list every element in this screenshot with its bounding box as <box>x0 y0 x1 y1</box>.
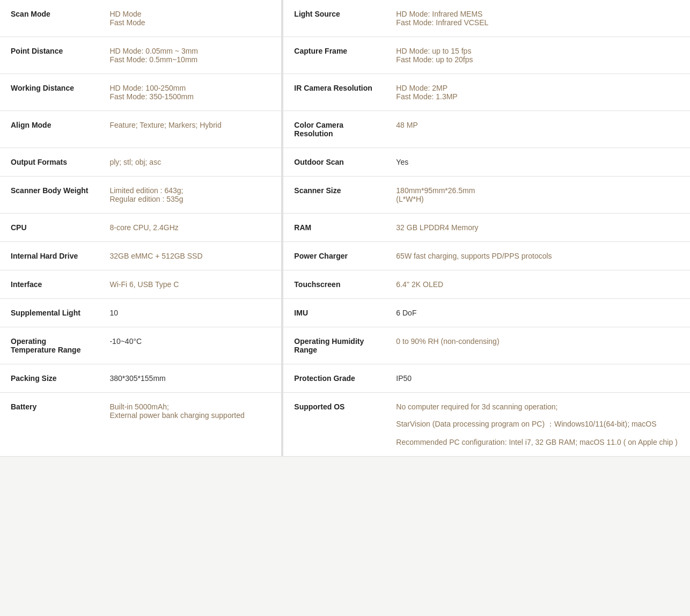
right-label-0: Light Source <box>283 0 385 37</box>
left-value-6: 8-core CPU, 2.4GHz <box>99 214 281 242</box>
right-label-5: Scanner Size <box>283 177 385 214</box>
left-value-1: HD Mode: 0.05mm ~ 3mmFast Mode: 0.5mm~10… <box>99 37 281 74</box>
left-value-11: 380*305*155mm <box>99 364 281 393</box>
right-value-11: IP50 <box>385 364 690 393</box>
right-label-7: Power Charger <box>283 242 385 270</box>
left-label-1: Point Distance <box>0 37 99 74</box>
left-label-7: Internal Hard Drive <box>0 242 99 270</box>
right-value-0: HD Mode: Infrared MEMSFast Mode: Infrare… <box>385 0 690 37</box>
left-label-8: Interface <box>0 270 99 299</box>
right-label-2: IR Camera Resolution <box>283 74 385 111</box>
right-value-6: 32 GB LPDDR4 Memory <box>385 214 690 242</box>
right-label-8: Touchscreen <box>283 270 385 299</box>
right-value-3: 48 MP <box>385 111 690 148</box>
right-label-4: Outdoor Scan <box>283 148 385 177</box>
left-value-9: 10 <box>99 299 281 327</box>
left-label-10: OperatingTemperature Range <box>0 327 99 364</box>
right-value-9: 6 DoF <box>385 299 690 327</box>
left-label-6: CPU <box>0 214 99 242</box>
right-label-10: Operating HumidityRange <box>283 327 385 364</box>
left-value-7: 32GB eMMC + 512GB SSD <box>99 242 281 270</box>
right-value-12: No computer required for 3d scanning ope… <box>385 393 690 457</box>
left-value-2: HD Mode: 100-250mmFast Mode: 350-1500mm <box>99 74 281 111</box>
right-value-2: HD Mode: 2MPFast Mode: 1.3MP <box>385 74 690 111</box>
right-value-4: Yes <box>385 148 690 177</box>
left-label-4: Output Formats <box>0 148 99 177</box>
right-label-1: Capture Frame <box>283 37 385 74</box>
left-label-2: Working Distance <box>0 74 99 111</box>
right-value-8: 6.4'' 2K OLED <box>385 270 690 299</box>
left-label-11: Packing Size <box>0 364 99 393</box>
right-value-7: 65W fast charging, supports PD/PPS proto… <box>385 242 690 270</box>
left-label-5: Scanner Body Weight <box>0 177 99 214</box>
right-value-10: 0 to 90% RH (non-condensing) <box>385 327 690 364</box>
right-value-1: HD Mode: up to 15 fpsFast Mode: up to 20… <box>385 37 690 74</box>
left-label-9: Supplemental Light <box>0 299 99 327</box>
left-value-3: Feature; Texture; Markers; Hybrid <box>99 111 281 148</box>
left-label-3: Align Mode <box>0 111 99 148</box>
right-value-5: 180mm*95mm*26.5mm(L*W*H) <box>385 177 690 214</box>
spec-table: Scan ModeHD ModeFast Mode Light SourceHD… <box>0 0 690 457</box>
left-label-0: Scan Mode <box>0 0 99 37</box>
left-value-12: Built-in 5000mAh;External power bank cha… <box>99 393 281 457</box>
right-label-12: Supported OS <box>283 393 385 457</box>
left-value-0: HD ModeFast Mode <box>99 0 281 37</box>
left-label-12: Battery <box>0 393 99 457</box>
right-label-3: Color CameraResolution <box>283 111 385 148</box>
left-value-8: Wi-Fi 6, USB Type C <box>99 270 281 299</box>
right-label-9: IMU <box>283 299 385 327</box>
right-label-6: RAM <box>283 214 385 242</box>
right-label-11: Protection Grade <box>283 364 385 393</box>
left-value-10: -10~40°C <box>99 327 281 364</box>
left-value-4: ply; stl; obj; asc <box>99 148 281 177</box>
left-value-5: Limited edition : 643g;Regular edition :… <box>99 177 281 214</box>
